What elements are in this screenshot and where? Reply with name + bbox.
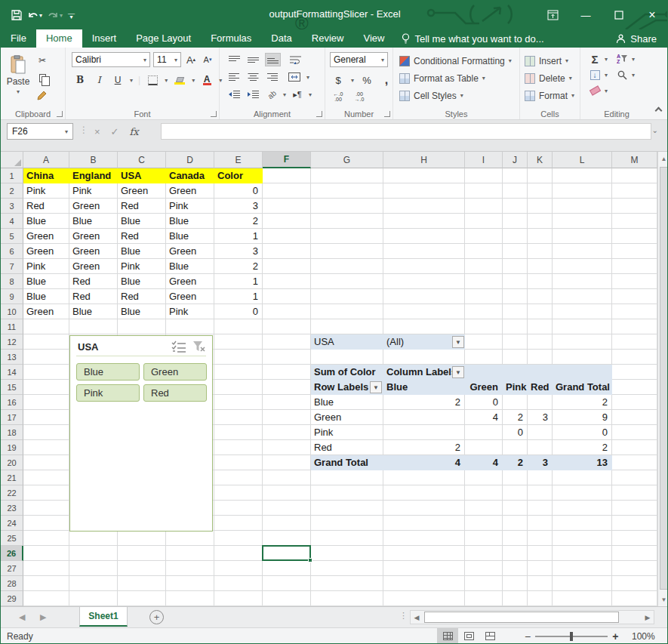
sheet-nav-right-icon[interactable]: ▶ bbox=[40, 612, 46, 622]
table-cell[interactable]: Green bbox=[166, 274, 214, 289]
align-left-icon[interactable] bbox=[227, 70, 242, 84]
row-header-27[interactable]: 27 bbox=[1, 561, 23, 576]
tab-view[interactable]: View bbox=[353, 29, 394, 48]
column-header-e[interactable]: E bbox=[214, 152, 263, 168]
table-cell[interactable]: Green bbox=[69, 244, 118, 259]
share-button[interactable]: Share bbox=[604, 29, 668, 48]
table-cell[interactable]: 2 bbox=[214, 214, 263, 229]
minimize-button[interactable]: — bbox=[569, 1, 602, 29]
pivot-value-cell[interactable]: 2 bbox=[383, 395, 465, 410]
page-break-view-button[interactable] bbox=[479, 628, 500, 644]
column-header-j[interactable]: J bbox=[503, 152, 528, 168]
zoom-slider[interactable] bbox=[535, 636, 608, 637]
table-cell[interactable]: Blue bbox=[23, 214, 69, 229]
table-cell[interactable]: 2 bbox=[214, 259, 263, 274]
pivot-filter-label[interactable]: USA bbox=[311, 334, 383, 350]
tab-review[interactable]: Review bbox=[302, 29, 354, 48]
shrink-font-button[interactable]: A▾ bbox=[201, 53, 214, 66]
pivot-value-cell[interactable] bbox=[528, 425, 553, 440]
pivot-value-cell[interactable] bbox=[528, 440, 553, 455]
font-color-icon[interactable]: A bbox=[200, 73, 214, 87]
tab-page-layout[interactable]: Page Layout bbox=[126, 29, 201, 48]
table-cell[interactable]: Green bbox=[69, 199, 118, 214]
pivot-value-cell[interactable]: 2 bbox=[503, 455, 528, 470]
table-cell[interactable]: Red bbox=[23, 199, 69, 214]
table-cell[interactable]: Pink bbox=[166, 304, 214, 319]
merge-center-dropdown-icon[interactable]: ▾ bbox=[306, 74, 309, 81]
align-right-icon[interactable] bbox=[265, 70, 279, 84]
cell-styles-button[interactable]: Cell Styles▾ bbox=[399, 88, 519, 103]
formula-input[interactable] bbox=[161, 123, 651, 140]
table-cell[interactable]: Green bbox=[118, 183, 166, 199]
clear-icon[interactable] bbox=[588, 84, 602, 97]
select-all-corner[interactable] bbox=[1, 152, 23, 168]
table-cell[interactable]: Blue bbox=[118, 244, 166, 259]
tab-data[interactable]: Data bbox=[261, 29, 301, 48]
table-cell[interactable]: Green bbox=[166, 289, 214, 304]
fill-color-icon[interactable] bbox=[173, 73, 186, 87]
column-header-f[interactable]: F bbox=[263, 152, 311, 168]
decrease-indent-icon[interactable] bbox=[227, 88, 242, 101]
column-header-i[interactable]: I bbox=[465, 152, 503, 168]
pivot-row-label[interactable]: Grand Total bbox=[311, 455, 383, 470]
close-button[interactable]: × bbox=[636, 1, 668, 29]
slicer-button-red[interactable]: Red bbox=[143, 384, 207, 402]
row-header-26[interactable]: 26 bbox=[1, 546, 23, 561]
font-name-combo[interactable]: Calibri▾ bbox=[72, 52, 150, 67]
orientation-icon[interactable]: ab bbox=[262, 85, 281, 103]
table-cell[interactable]: Pink bbox=[118, 259, 166, 274]
multi-select-icon[interactable] bbox=[171, 340, 186, 353]
row-header-5[interactable]: 5 bbox=[1, 229, 23, 244]
pivot-value-cell[interactable]: 3 bbox=[528, 455, 553, 470]
cancel-icon[interactable]: × bbox=[94, 126, 100, 137]
customize-quick-access-icon[interactable]: —▾ bbox=[68, 12, 75, 19]
row-header-24[interactable]: 24 bbox=[1, 516, 23, 531]
row-header-8[interactable]: 8 bbox=[1, 274, 23, 289]
table-cell[interactable]: Blue bbox=[118, 304, 166, 319]
vertical-scrollbar[interactable]: ▲▼ bbox=[657, 152, 668, 606]
pivot-value-cell[interactable]: 0 bbox=[465, 395, 503, 410]
row-header-7[interactable]: 7 bbox=[1, 259, 23, 274]
save-icon[interactable] bbox=[11, 10, 22, 20]
pivot-column-header[interactable]: Blue bbox=[383, 380, 465, 395]
pivot-value-cell[interactable] bbox=[465, 425, 503, 440]
selected-cell-f26[interactable] bbox=[262, 545, 311, 561]
pivot-value-cell[interactable] bbox=[528, 395, 553, 410]
table-cell[interactable]: Green bbox=[23, 304, 69, 319]
pivot-column-header[interactable]: Green bbox=[465, 380, 503, 395]
table-cell[interactable]: Green bbox=[23, 244, 69, 259]
pivot-value-cell[interactable]: 0 bbox=[553, 425, 612, 440]
copy-icon[interactable] bbox=[35, 71, 49, 85]
table-cell[interactable]: Green bbox=[166, 183, 214, 199]
table-header-cell[interactable]: Canada bbox=[166, 168, 214, 183]
pivot-cell[interactable] bbox=[503, 365, 528, 380]
row-header-25[interactable]: 25 bbox=[1, 531, 23, 546]
fill-color-dropdown-icon[interactable]: ▾ bbox=[192, 77, 195, 84]
pivot-value-cell[interactable]: 3 bbox=[528, 410, 553, 425]
pivot-value-cell[interactable] bbox=[383, 425, 465, 440]
row-header-14[interactable]: 14 bbox=[1, 365, 23, 380]
borders-dropdown-icon[interactable]: ▾ bbox=[165, 77, 168, 84]
table-header-cell[interactable]: USA bbox=[118, 168, 166, 183]
scroll-down-icon[interactable]: ▼ bbox=[659, 593, 668, 606]
sort-filter-icon[interactable]: AZ bbox=[615, 52, 629, 66]
underline-dropdown-icon[interactable]: ▾ bbox=[130, 77, 133, 84]
row-header-3[interactable]: 3 bbox=[1, 199, 23, 214]
worksheet-grid[interactable]: ABCDEFGHIJKLM123456789101112131415161718… bbox=[1, 152, 668, 606]
pivot-value-cell[interactable]: 2 bbox=[503, 410, 528, 425]
paste-button[interactable]: Paste ▾ bbox=[1, 51, 35, 102]
pivot-column-labels-dropdown-icon[interactable]: ▼ bbox=[452, 366, 464, 378]
table-cell[interactable]: Blue bbox=[166, 259, 214, 274]
pivot-value-cell[interactable]: 13 bbox=[553, 455, 612, 470]
autosum-icon[interactable]: Σ bbox=[588, 52, 602, 66]
pivot-cell[interactable] bbox=[553, 365, 612, 380]
column-header-d[interactable]: D bbox=[166, 152, 214, 168]
ribbon-display-options-icon[interactable] bbox=[536, 1, 569, 29]
name-box[interactable]: F26 ▾ bbox=[7, 123, 73, 140]
table-cell[interactable]: Green bbox=[166, 244, 214, 259]
row-header-1[interactable]: 1 bbox=[1, 168, 23, 183]
pivot-row-label[interactable]: Blue bbox=[311, 395, 383, 410]
table-cell[interactable]: 1 bbox=[214, 289, 263, 304]
row-header-28[interactable]: 28 bbox=[1, 576, 23, 591]
paste-dropdown-icon[interactable]: ▾ bbox=[17, 88, 20, 95]
